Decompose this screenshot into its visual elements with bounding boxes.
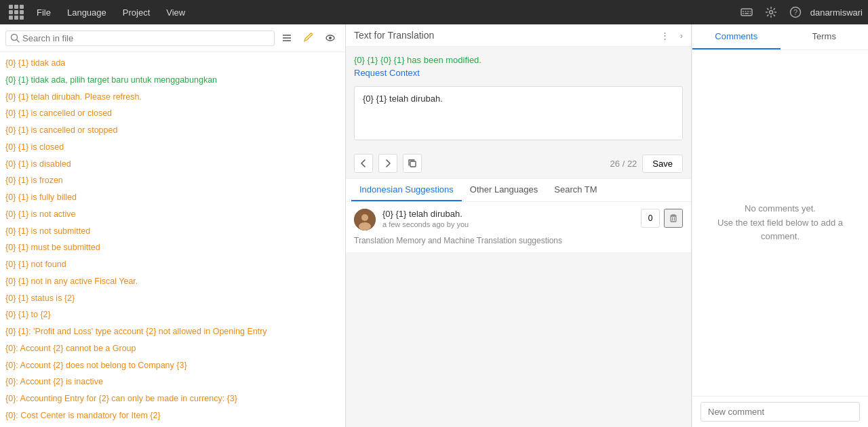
translation-footer: 26 / 22 Save [346, 148, 691, 178]
menubar: File Language Project View ? danarmiswar… [0, 0, 868, 24]
suggestion-text: {0} {1} telah dirubah. a few seconds ago… [382, 209, 634, 228]
preview-btn[interactable] [321, 28, 340, 47]
search-box[interactable] [5, 30, 275, 46]
list-item[interactable]: {0} {1} is frozen [0, 172, 345, 189]
tab-other-languages[interactable]: Other Languages [462, 179, 546, 201]
translation-panel: Text for Translation ⋮ › {0} {1} {0} {1}… [346, 24, 692, 427]
tab-search-tm[interactable]: Search TM [546, 179, 605, 201]
list-item[interactable]: {0} {1} is cancelled or closed [0, 105, 345, 122]
expand-btn[interactable]: › [680, 30, 683, 41]
list-item[interactable]: {0} {1} is disabled [0, 156, 345, 173]
list-item[interactable]: {0}: Cost Center is required for 'Profit… [0, 424, 345, 428]
translation-body: {0} {1} {0} {1} has been modified. Reque… [346, 47, 691, 148]
list-item[interactable]: {0} {1} is closed [0, 139, 345, 156]
svg-point-20 [361, 214, 368, 221]
translation-list: {0} {1} tidak ada{0} {1} tidak ada, pili… [0, 52, 345, 427]
svg-point-17 [329, 37, 332, 39]
search-icon [10, 33, 20, 43]
vote-button[interactable]: 0 [641, 209, 660, 228]
list-item[interactable]: {0}: Accounting Entry for {2} can only b… [0, 390, 345, 407]
list-item[interactable]: {0} {1} status is {2} [0, 290, 345, 307]
svg-rect-6 [745, 13, 749, 14]
comments-panel: Comments Terms No comments yet. Use the … [692, 24, 868, 427]
copy-source-btn[interactable] [403, 154, 422, 173]
save-button[interactable]: Save [642, 155, 683, 173]
list-item[interactable]: {0}: Account {2} is inactive [0, 373, 345, 390]
next-btn[interactable] [378, 154, 397, 173]
svg-rect-7 [749, 13, 751, 14]
grid-icon[interactable] [5, 1, 27, 23]
list-item[interactable]: {0} {1} is cancelled or stopped [0, 122, 345, 139]
settings-icon[interactable] [762, 3, 781, 22]
list-item[interactable]: {0} {1} not found [0, 256, 345, 273]
svg-line-12 [17, 40, 20, 43]
list-item[interactable]: {0}: Cost Center is mandatory for Item {… [0, 407, 345, 424]
svg-rect-1 [743, 11, 744, 12]
translation-text-box[interactable]: {0} {1} telah dirubah. [354, 86, 683, 140]
suggestion-meta: a few seconds ago by you [382, 220, 634, 228]
menu-view[interactable]: View [159, 5, 192, 20]
list-item[interactable]: {0}: Account {2} cannot be a Group [0, 340, 345, 357]
svg-point-21 [359, 222, 371, 230]
more-options-btn[interactable]: ⋮ [660, 30, 669, 41]
list-item[interactable]: {0} {1} tidak ada [0, 55, 345, 72]
translation-title: Text for Translation [354, 30, 660, 41]
comments-body: No comments yet. Use the text field belo… [692, 50, 868, 396]
edit-btn[interactable] [299, 28, 318, 47]
prev-btn[interactable] [354, 154, 373, 173]
suggestions-tabs: Indonesian Suggestions Other Languages S… [346, 179, 691, 202]
list-item[interactable]: {0}: Account {2} does not belong to Comp… [0, 357, 345, 374]
translation-count: 26 / 22 [610, 159, 637, 169]
svg-rect-22 [671, 216, 676, 222]
list-item[interactable]: {0} {1} to {2} [0, 306, 345, 323]
svg-rect-0 [741, 9, 752, 16]
list-item[interactable]: {0} {1} tidak ada, pilih target baru unt… [0, 72, 345, 89]
svg-point-8 [769, 11, 772, 14]
avatar [354, 209, 376, 230]
help-icon[interactable]: ? [786, 3, 805, 22]
comments-footer [692, 396, 868, 427]
svg-rect-2 [745, 11, 746, 12]
list-item[interactable]: {0} {1} is fully billed [0, 189, 345, 206]
suggestion-actions: 0 [641, 209, 683, 228]
svg-rect-18 [410, 161, 416, 167]
list-item[interactable]: {0} {1} is not active [0, 206, 345, 223]
tab-comments[interactable]: Comments [692, 24, 781, 49]
menu-language[interactable]: Language [60, 5, 113, 20]
delete-suggestion-btn[interactable] [664, 209, 683, 228]
suggestions-area: Indonesian Suggestions Other Languages S… [346, 178, 691, 252]
list-item[interactable]: {0} {1} must be submitted [0, 239, 345, 256]
comments-tabs: Comments Terms [692, 24, 868, 50]
list-item[interactable]: {0} {1} telah dirubah. Please refresh. [0, 89, 345, 106]
svg-rect-5 [743, 13, 744, 14]
tab-indonesian-suggestions[interactable]: Indonesian Suggestions [351, 179, 462, 201]
modified-notice: {0} {1} {0} {1} has been modified. [354, 55, 683, 65]
new-comment-input[interactable] [701, 402, 860, 422]
list-view-btn[interactable] [277, 28, 296, 47]
list-item[interactable]: {0} {1}: 'Profit and Loss' type account … [0, 323, 345, 340]
tab-terms[interactable]: Terms [781, 24, 869, 49]
menu-project[interactable]: Project [116, 5, 157, 20]
tm-notice: Translation Memory and Machine Translati… [354, 236, 683, 245]
list-item[interactable]: {0} {1} is not submitted [0, 223, 345, 240]
menu-file[interactable]: File [30, 5, 58, 20]
user-label: danarmiswari [810, 7, 863, 18]
translation-header: Text for Translation ⋮ › [346, 24, 691, 47]
suggestion-content: {0} {1} telah dirubah. a few seconds ago… [346, 202, 691, 252]
list-item[interactable]: {0} {1} not in any active Fiscal Year. [0, 273, 345, 290]
svg-rect-3 [747, 11, 749, 12]
suggestion-item: {0} {1} telah dirubah. a few seconds ago… [354, 209, 683, 230]
search-input[interactable] [22, 33, 270, 43]
svg-rect-4 [749, 11, 751, 12]
suggestion-translation: {0} {1} telah dirubah. [382, 209, 634, 219]
no-comments-text: No comments yet. Use the text field belo… [706, 202, 854, 244]
svg-text:?: ? [793, 8, 797, 16]
keyboard-icon[interactable] [737, 3, 756, 22]
left-toolbar [0, 24, 345, 52]
request-context-link[interactable]: Request Context [354, 68, 683, 78]
